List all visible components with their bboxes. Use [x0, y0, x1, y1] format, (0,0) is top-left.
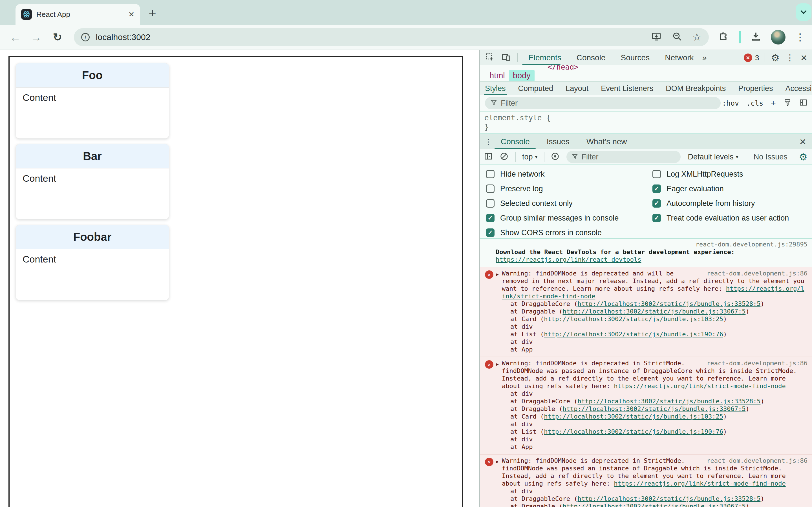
settings-checkbox-row[interactable]: ✓ Group similar messages in console: [486, 211, 619, 225]
checkbox[interactable]: ✓: [486, 170, 495, 178]
browser-tab-react-app[interactable]: React App ✕: [15, 4, 140, 25]
console-filter-input[interactable]: Filter: [566, 151, 680, 163]
tab-computed[interactable]: Computed: [518, 84, 553, 93]
sidebar-toggle-icon[interactable]: [799, 98, 808, 108]
address-bar[interactable]: i localhost:3002 ☆: [74, 28, 709, 46]
inspect-element-icon[interactable]: [485, 52, 495, 63]
downloads-icon[interactable]: [751, 31, 761, 43]
toggle-class-button[interactable]: .cls: [746, 99, 763, 107]
checkbox[interactable]: ✓: [652, 214, 661, 222]
tab-dom-breakpoints[interactable]: DOM Breakpoints: [666, 84, 726, 93]
zoom-out-icon[interactable]: [672, 32, 682, 43]
stack-frame-link[interactable]: http://localhost:3002/static/js/bundle.j…: [562, 405, 746, 412]
tab-properties[interactable]: Properties: [738, 84, 773, 93]
reload-button[interactable]: ↻: [53, 31, 62, 43]
console-sidebar-icon[interactable]: [484, 152, 493, 162]
tab-event-listeners[interactable]: Event Listeners: [601, 84, 653, 93]
stack-frame-link[interactable]: http://localhost:3002/static/js/bundle.j…: [577, 398, 760, 405]
url-text[interactable]: localhost:3002: [96, 33, 150, 42]
card-header[interactable]: Foobar: [16, 225, 169, 249]
devtools-close-icon[interactable]: ✕: [801, 53, 808, 63]
checkbox[interactable]: ✓: [486, 184, 495, 193]
devtools-settings-gear-icon[interactable]: ⚙: [771, 53, 779, 62]
settings-checkbox-row[interactable]: ✓ Treat code evaluation as user action: [652, 211, 789, 225]
expand-triangle-icon[interactable]: ▶: [496, 360, 499, 368]
stack-frame-link[interactable]: http://localhost:3002/static/js/bundle.j…: [577, 300, 760, 307]
tab-sources[interactable]: Sources: [620, 53, 650, 62]
message-source-link[interactable]: react-dom.development.js:86: [707, 270, 808, 277]
tab-elements[interactable]: Elements: [528, 53, 561, 62]
stack-frame-link[interactable]: http://localhost:3002/static/js/bundle.j…: [544, 413, 723, 420]
card-header[interactable]: Bar: [16, 144, 169, 168]
clear-console-icon[interactable]: [500, 152, 509, 162]
log-levels-dropdown[interactable]: Default levels: [688, 153, 733, 161]
drawer-tab-whats-new[interactable]: What's new: [587, 137, 627, 146]
breadcrumb-body[interactable]: body: [509, 70, 535, 81]
card-header[interactable]: Foo: [16, 63, 169, 88]
tab-layout[interactable]: Layout: [566, 84, 589, 93]
stack-frame-link[interactable]: http://localhost:3002/static/js/bundle.j…: [577, 495, 760, 502]
drawer-tab-issues[interactable]: Issues: [547, 137, 569, 146]
tab-search-button[interactable]: [796, 3, 811, 21]
stack-frame-link[interactable]: http://localhost:3002/static/js/bundle.j…: [562, 308, 746, 315]
stack-frame-link[interactable]: http://localhost:3002/static/js/bundle.j…: [544, 331, 723, 338]
drawer-menu-icon[interactable]: ⋮: [485, 137, 492, 147]
error-badge-icon[interactable]: ✕: [744, 54, 752, 62]
breadcrumb-html[interactable]: html: [490, 71, 505, 80]
tab-network[interactable]: Network: [665, 53, 694, 62]
expand-triangle-icon[interactable]: ▶: [496, 458, 499, 466]
devtools-menu-icon[interactable]: ⋮: [786, 53, 794, 63]
settings-checkbox-row[interactable]: ✓ Hide network: [486, 167, 619, 181]
console-settings-gear-icon[interactable]: ⚙: [799, 152, 808, 162]
expand-triangle-icon[interactable]: ▶: [496, 271, 499, 278]
stack-frame-link[interactable]: http://localhost:3002/static/js/bundle.j…: [544, 428, 723, 435]
draggable-card[interactable]: Foo Content: [15, 63, 169, 138]
settings-checkbox-row[interactable]: ✓ Preserve log: [486, 181, 619, 196]
stack-frame-link[interactable]: http://localhost:3002/static/js/bundle.j…: [544, 316, 723, 323]
rendering-brush-icon[interactable]: [783, 98, 792, 108]
message-link[interactable]: https://reactjs.org/link/strict-mode-fin…: [614, 480, 785, 487]
tab-styles[interactable]: Styles: [485, 84, 506, 93]
checkbox[interactable]: ✓: [486, 214, 495, 222]
settings-checkbox-row[interactable]: ✓ Selected context only: [486, 196, 619, 211]
context-selector[interactable]: top: [522, 153, 533, 161]
new-tab-button[interactable]: +: [149, 4, 156, 22]
message-source-link[interactable]: react-dom.development.js:86: [707, 457, 808, 464]
settings-checkbox-row[interactable]: ✓ Show CORS errors in console: [486, 225, 619, 240]
checkbox[interactable]: ✓: [652, 199, 661, 208]
checkbox[interactable]: ✓: [652, 170, 661, 178]
toggle-hover-state-button[interactable]: :hov: [722, 99, 739, 107]
message-source-link[interactable]: react-dom.development.js:29895: [496, 240, 808, 248]
checkbox[interactable]: ✓: [652, 184, 661, 193]
drawer-close-icon[interactable]: ✕: [799, 137, 806, 147]
extensions-puzzle-icon[interactable]: [718, 31, 729, 43]
stack-frame-link[interactable]: http://localhost:3002/static/js/bundle.j…: [562, 503, 746, 507]
device-toolbar-icon[interactable]: [501, 52, 511, 63]
draggable-card[interactable]: Foobar Content: [15, 225, 169, 300]
checkbox[interactable]: ✓: [486, 228, 495, 237]
tab-accessibility[interactable]: Accessibility: [785, 84, 812, 93]
checkbox[interactable]: ✓: [486, 199, 495, 208]
drawer-tab-console[interactable]: Console: [501, 137, 530, 146]
message-source-link[interactable]: react-dom.development.js:86: [707, 359, 808, 367]
message-link[interactable]: https://reactjs.org/link/strict-mode-fin…: [614, 383, 785, 390]
settings-checkbox-row[interactable]: ✓ Autocomplete from history: [652, 196, 789, 211]
dom-tree-clipped-row[interactable]: </head>: [480, 65, 812, 70]
back-button[interactable]: ←: [10, 31, 21, 44]
settings-checkbox-row[interactable]: ✓ Eager evaluation: [652, 181, 789, 196]
settings-checkbox-row[interactable]: ✓ Log XMLHttpRequests: [652, 167, 789, 181]
profile-avatar[interactable]: [771, 30, 785, 45]
tab-close-icon[interactable]: ✕: [128, 10, 135, 19]
forward-button[interactable]: →: [31, 31, 42, 44]
element-style-block[interactable]: element.style { }: [480, 112, 812, 134]
install-app-icon[interactable]: [651, 32, 662, 43]
new-style-rule-button[interactable]: +: [770, 98, 776, 108]
bookmark-star-icon[interactable]: ☆: [693, 32, 702, 42]
styles-filter-input[interactable]: Filter: [485, 97, 721, 109]
message-link[interactable]: https://reactjs.org/link/react-devtools: [496, 256, 642, 263]
issues-counter[interactable]: No Issues: [754, 153, 788, 161]
more-tabs-icon[interactable]: »: [702, 53, 707, 62]
browser-menu-icon[interactable]: ⋮: [795, 32, 805, 42]
tab-console[interactable]: Console: [576, 53, 606, 62]
draggable-card[interactable]: Bar Content: [15, 144, 169, 219]
